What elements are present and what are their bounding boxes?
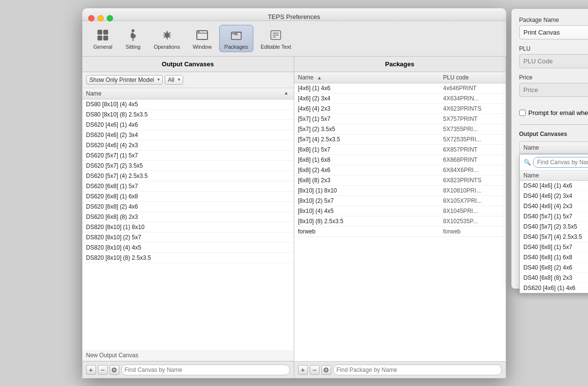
list-item[interactable]: DS620 [4x6] (2) 3x4 [82, 130, 294, 140]
list-item[interactable]: [4x6] (2) 3x44X634PRIN... [294, 94, 506, 104]
output-canvases-toolbar: Show Only Printer Model All Models All [82, 72, 294, 88]
search-icon: 🔍 [524, 159, 531, 166]
window-icon [194, 27, 210, 43]
dropdown-item[interactable]: DS40 [6x8] (1) 6x8 [520, 252, 588, 263]
dropdown-items-list: DS40 [4x6] (1) 4x6DS40 [4x6] (2) 3x4DS40… [520, 181, 588, 293]
window-label: Window [192, 44, 211, 50]
toolbar-window[interactable]: Window [187, 25, 217, 52]
list-item[interactable]: DS80 [8x10] (8) 2.5x3.5 [82, 110, 294, 120]
list-item[interactable]: DS620 [5x7] (1) 5x7 [82, 151, 294, 161]
dropdown-item[interactable]: DS40 [4x6] (2) 3x4 [520, 191, 588, 201]
detail-panel: Package Name PLU Price Quantity Prompt f… [511, 8, 588, 289]
new-canvas-section-label: New Output Canvas [82, 350, 294, 361]
toolbar-sitting[interactable]: Sitting [120, 25, 147, 52]
operations-icon [159, 27, 175, 43]
list-item[interactable]: DS620 [6x8] (2) 4x6 [82, 202, 294, 212]
dropdown-search-input[interactable] [533, 157, 588, 168]
list-item[interactable]: [6x8] (1) 6x86X868PRINT [294, 155, 506, 165]
canvas-dropdown-popup: 🔍 Name DS40 [4x6] (1) 4x6DS40 [4x6] (2) … [519, 154, 588, 293]
packages-column-header: Name ▲ PLU code [294, 72, 506, 83]
sitting-icon [125, 27, 141, 43]
general-label: General [94, 44, 113, 50]
list-item[interactable]: [6x8] (2) 4x66X84X6PRI... [294, 165, 506, 175]
packages-list: [4x6] (1) 4x64x646PRINT[4x6] (2) 3x44X63… [294, 83, 506, 361]
section-divider [519, 124, 588, 125]
remove-package-button[interactable]: − [310, 365, 320, 375]
list-item[interactable]: DS820 [8x10] (1) 8x10 [82, 222, 294, 232]
remove-canvas-button[interactable]: − [98, 365, 108, 375]
packages-panel: Packages Name ▲ PLU code [4x6] (1) 4x64x… [294, 57, 506, 378]
list-item[interactable]: [8x10] (1) 8x108X10810PRI... [294, 186, 506, 196]
list-item[interactable]: DS620 [5x7] (2) 3.5x5 [82, 161, 294, 171]
svg-rect-1 [103, 30, 108, 35]
toolbar-editable-text[interactable]: Editable Text [255, 25, 297, 52]
add-canvas-button[interactable]: + [86, 365, 96, 375]
list-item[interactable]: [5x7] (2) 3.5x55X7355PRI... [294, 124, 506, 135]
operations-label: Operations [154, 44, 180, 50]
sitting-label: Sitting [126, 44, 141, 50]
close-button[interactable] [88, 15, 95, 21]
model-filter-select[interactable]: Show Only Printer Model All Models [86, 75, 163, 85]
list-item[interactable]: DS820 [8x10] (8) 2.5x3.5 [82, 253, 294, 263]
dropdown-item[interactable]: DS40 [4x6] (1) 4x6 [520, 181, 588, 191]
dropdown-item[interactable]: DS40 [6x8] (8) 2x3 [520, 273, 588, 283]
prompt-email-row: Prompt for email when adding package [519, 109, 588, 116]
list-item[interactable]: [4x6] (1) 4x64x646PRINT [294, 83, 506, 94]
list-item[interactable]: DS820 [8x10] (4) 4x5 [82, 243, 294, 253]
list-item[interactable]: DS620 [6x8] (8) 2x3 [82, 212, 294, 222]
dropdown-item[interactable]: DS40 [4x6] (4) 2x3 [520, 201, 588, 212]
list-item[interactable]: DS620 [5x7] (4) 2.5x3.5 [82, 171, 294, 181]
output-canvases-panel: Output Canvases Show Only Printer Model … [82, 57, 294, 378]
dropdown-item[interactable]: DS40 [5x7] (1) 5x7 [520, 212, 588, 222]
type-filter-select[interactable]: All [165, 75, 183, 85]
svg-rect-2 [97, 36, 102, 40]
toolbar-packages[interactable]: Packages [219, 25, 253, 52]
output-canvases-list: DS80 [8x10] (4) 4x5DS80 [8x10] (8) 2.5x3… [82, 99, 294, 350]
dropdown-item[interactable]: DS40 [6x8] (2) 4x6 [520, 263, 588, 273]
list-item[interactable]: [8x10] (2) 5x78X105X7PRI... [294, 196, 506, 206]
prompt-email-label: Prompt for email when adding package [529, 109, 588, 116]
list-item[interactable]: DS620 [4x6] (1) 4x6 [82, 120, 294, 130]
canvas-search-input[interactable] [121, 365, 290, 375]
add-package-button[interactable]: + [298, 365, 308, 375]
output-canvases-bottom: + − ⚙ [82, 361, 294, 378]
dropdown-item[interactable]: DS40 [6x8] (1) 5x7 [520, 242, 588, 252]
list-item[interactable]: DS80 [8x10] (4) 4x5 [82, 99, 294, 110]
packages-icon [228, 27, 244, 43]
settings-canvas-button[interactable]: ⚙ [110, 365, 119, 375]
plu-input[interactable] [519, 54, 588, 68]
general-icon [95, 27, 111, 43]
dropdown-item[interactable]: DS40 [5x7] (4) 2.5x3.5 [520, 232, 588, 242]
package-search-input[interactable] [333, 365, 502, 375]
packages-label: Packages [225, 44, 248, 50]
toolbar-operations[interactable]: Operations [149, 25, 186, 52]
list-item[interactable]: [8x10] (4) 4x58X1045PRI... [294, 206, 506, 216]
svg-point-4 [132, 29, 134, 32]
list-item[interactable]: DS620 [6x8] (1) 6x8 [82, 192, 294, 202]
settings-package-button[interactable]: ⚙ [322, 365, 331, 375]
toolbar: General Sitting Operations Window Packag… [82, 21, 506, 57]
list-item[interactable]: DS620 [6x8] (1) 5x7 [82, 181, 294, 192]
minimize-button[interactable] [97, 15, 104, 21]
sort-icon: ▲ [284, 90, 290, 97]
list-item[interactable]: [5x7] (4) 2.5x3.55X72535PRI... [294, 135, 506, 145]
output-canvases-container: Name 🔍 Name DS40 [4x6] (1) 4x6DS40 [4x6]… [519, 141, 588, 154]
list-item[interactable]: [6x8] (1) 5x76X857PRINT [294, 145, 506, 155]
list-item[interactable]: [5x7] (1) 5x75X757PRINT [294, 114, 506, 124]
list-item[interactable]: DS820 [8x10] (2) 5x7 [82, 232, 294, 243]
list-item[interactable]: forwebforweb [294, 227, 506, 237]
list-item[interactable]: [8x10] (8) 2.5x3.58X102535P... [294, 216, 506, 227]
prompt-email-checkbox[interactable] [519, 110, 526, 116]
dropdown-item[interactable]: DS40 [5x7] (2) 3.5x5 [520, 222, 588, 232]
output-canvas-detail-col-header: Name [519, 141, 588, 154]
list-item[interactable]: [4x6] (4) 2x34X623PRINTS [294, 104, 506, 114]
packages-header: Packages [294, 57, 506, 72]
package-name-input[interactable] [519, 25, 588, 39]
price-input[interactable] [519, 83, 588, 97]
dropdown-item[interactable]: DS620 [4x6] (1) 4x6 [520, 283, 588, 293]
list-item[interactable]: DS620 [4x6] (4) 2x3 [82, 140, 294, 151]
maximize-button[interactable] [107, 15, 113, 21]
toolbar-general[interactable]: General [88, 25, 118, 52]
name-column-label: Name [86, 90, 282, 97]
list-item[interactable]: [6x8] (8) 2x36X823PRINTS [294, 175, 506, 186]
